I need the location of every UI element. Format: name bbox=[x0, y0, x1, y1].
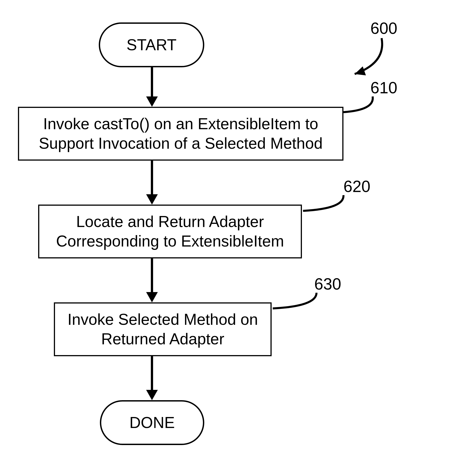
arrow-4-head bbox=[146, 390, 158, 400]
arrow-2-line bbox=[151, 161, 153, 195]
step-2-box: Locate and Return Adapter Corresponding … bbox=[38, 205, 302, 258]
ref-600-leader bbox=[341, 36, 397, 81]
step-1-text: Invoke castTo() on an ExtensibleItem to … bbox=[24, 114, 338, 153]
arrow-1-line bbox=[151, 67, 153, 98]
done-terminal: DONE bbox=[100, 400, 204, 445]
start-label: START bbox=[127, 36, 177, 54]
arrow-4-line bbox=[151, 356, 153, 391]
done-label: DONE bbox=[129, 414, 175, 432]
ref-630-leader bbox=[268, 291, 327, 317]
arrow-3-line bbox=[151, 258, 153, 293]
arrow-2-head bbox=[146, 194, 158, 205]
step-3-box: Invoke Selected Method on Returned Adapt… bbox=[54, 302, 272, 356]
ref-610-leader bbox=[339, 94, 384, 121]
start-terminal: START bbox=[99, 23, 204, 67]
step-2-text: Locate and Return Adapter Corresponding … bbox=[44, 212, 296, 251]
step-3-text: Invoke Selected Method on Returned Adapt… bbox=[59, 310, 266, 349]
ref-600: 600 bbox=[370, 19, 397, 38]
step-1-box: Invoke castTo() on an ExtensibleItem to … bbox=[18, 107, 343, 161]
flowchart-canvas: START Invoke castTo() on an ExtensibleIt… bbox=[0, 0, 455, 476]
svg-marker-0 bbox=[355, 66, 366, 75]
arrow-1-head bbox=[146, 96, 158, 107]
arrow-3-head bbox=[146, 292, 158, 302]
ref-620-leader bbox=[299, 193, 355, 220]
